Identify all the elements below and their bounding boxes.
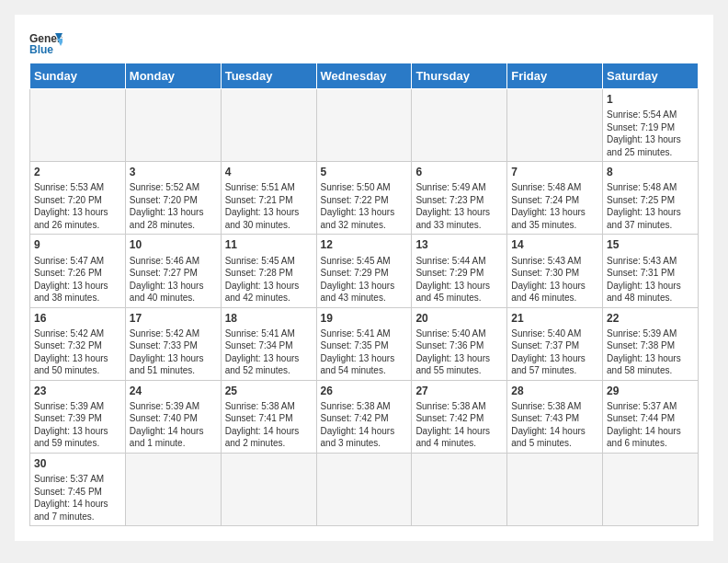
calendar-cell: 19Sunrise: 5:41 AM Sunset: 7:35 PM Dayli… (316, 307, 412, 380)
weekday-header-wednesday: Wednesday (316, 63, 412, 89)
day-number: 16 (34, 311, 121, 326)
day-info: Sunrise: 5:47 AM Sunset: 7:26 PM Dayligh… (34, 255, 121, 304)
calendar-cell: 13Sunrise: 5:44 AM Sunset: 7:29 PM Dayli… (412, 235, 507, 307)
calendar-cell: 4Sunrise: 5:51 AM Sunset: 7:21 PM Daylig… (221, 162, 316, 235)
page: General Blue SundayMondayTuesdayWednesda… (15, 15, 713, 541)
calendar-cell: 7Sunrise: 5:48 AM Sunset: 7:24 PM Daylig… (507, 162, 603, 235)
day-info: Sunrise: 5:50 AM Sunset: 7:22 PM Dayligh… (321, 181, 408, 231)
day-number: 18 (225, 311, 313, 326)
calendar-cell: 2Sunrise: 5:53 AM Sunset: 7:20 PM Daylig… (30, 162, 126, 235)
week-row-4: 16Sunrise: 5:42 AM Sunset: 7:32 PM Dayli… (30, 307, 699, 380)
day-number: 7 (511, 165, 598, 179)
calendar-cell (316, 453, 412, 525)
weekday-header-thursday: Thursday (412, 63, 507, 89)
calendar-cell: 18Sunrise: 5:41 AM Sunset: 7:34 PM Dayli… (221, 307, 316, 380)
calendar-cell: 22Sunrise: 5:39 AM Sunset: 7:38 PM Dayli… (603, 307, 699, 380)
calendar-cell: 20Sunrise: 5:40 AM Sunset: 7:36 PM Dayli… (412, 307, 507, 380)
calendar-cell: 12Sunrise: 5:45 AM Sunset: 7:29 PM Dayli… (316, 235, 412, 307)
day-info: Sunrise: 5:43 AM Sunset: 7:30 PM Dayligh… (511, 255, 598, 304)
calendar-cell: 3Sunrise: 5:52 AM Sunset: 7:20 PM Daylig… (125, 162, 221, 235)
day-number: 20 (415, 311, 503, 326)
calendar-cell: 10Sunrise: 5:46 AM Sunset: 7:27 PM Dayli… (125, 235, 221, 307)
weekday-header-row: SundayMondayTuesdayWednesdayThursdayFrid… (30, 63, 699, 89)
calendar-cell: 27Sunrise: 5:38 AM Sunset: 7:42 PM Dayli… (412, 380, 507, 453)
day-info: Sunrise: 5:42 AM Sunset: 7:32 PM Dayligh… (34, 327, 121, 377)
day-number: 5 (321, 165, 408, 179)
day-info: Sunrise: 5:42 AM Sunset: 7:33 PM Dayligh… (130, 327, 217, 377)
calendar-cell (221, 89, 316, 162)
day-info: Sunrise: 5:44 AM Sunset: 7:29 PM Dayligh… (415, 255, 503, 304)
calendar-cell: 30Sunrise: 5:37 AM Sunset: 7:45 PM Dayli… (30, 453, 126, 525)
calendar-cell: 29Sunrise: 5:37 AM Sunset: 7:44 PM Dayli… (603, 380, 699, 453)
day-number: 11 (225, 237, 313, 252)
calendar-cell: 14Sunrise: 5:43 AM Sunset: 7:30 PM Dayli… (507, 235, 603, 307)
calendar-cell: 23Sunrise: 5:39 AM Sunset: 7:39 PM Dayli… (30, 380, 126, 453)
calendar-cell: 16Sunrise: 5:42 AM Sunset: 7:32 PM Dayli… (30, 307, 126, 380)
calendar-cell (603, 453, 699, 525)
day-number: 9 (34, 237, 121, 252)
day-info: Sunrise: 5:45 AM Sunset: 7:29 PM Dayligh… (321, 255, 408, 304)
day-number: 4 (225, 165, 313, 179)
day-info: Sunrise: 5:51 AM Sunset: 7:21 PM Dayligh… (225, 181, 313, 231)
day-info: Sunrise: 5:48 AM Sunset: 7:25 PM Dayligh… (607, 181, 694, 231)
calendar-cell: 25Sunrise: 5:38 AM Sunset: 7:41 PM Dayli… (221, 380, 316, 453)
calendar-cell: 1Sunrise: 5:54 AM Sunset: 7:19 PM Daylig… (603, 89, 699, 162)
day-number: 27 (415, 384, 503, 398)
day-info: Sunrise: 5:48 AM Sunset: 7:24 PM Dayligh… (511, 181, 598, 231)
day-info: Sunrise: 5:54 AM Sunset: 7:19 PM Dayligh… (607, 109, 694, 158)
calendar-cell: 11Sunrise: 5:45 AM Sunset: 7:28 PM Dayli… (221, 235, 316, 307)
weekday-header-sunday: Sunday (30, 63, 126, 89)
calendar: SundayMondayTuesdayWednesdayThursdayFrid… (29, 63, 699, 526)
calendar-cell: 6Sunrise: 5:49 AM Sunset: 7:23 PM Daylig… (412, 162, 507, 235)
calendar-cell: 21Sunrise: 5:40 AM Sunset: 7:37 PM Dayli… (507, 307, 603, 380)
day-number: 29 (607, 384, 694, 398)
calendar-cell (412, 453, 507, 525)
day-info: Sunrise: 5:41 AM Sunset: 7:34 PM Dayligh… (225, 327, 313, 377)
day-info: Sunrise: 5:45 AM Sunset: 7:28 PM Dayligh… (225, 255, 313, 304)
day-info: Sunrise: 5:38 AM Sunset: 7:41 PM Dayligh… (225, 400, 313, 450)
calendar-cell (316, 89, 412, 162)
day-info: Sunrise: 5:52 AM Sunset: 7:20 PM Dayligh… (130, 181, 217, 231)
day-info: Sunrise: 5:40 AM Sunset: 7:37 PM Dayligh… (511, 327, 598, 377)
day-number: 23 (34, 384, 121, 398)
day-number: 21 (511, 311, 598, 326)
calendar-cell: 26Sunrise: 5:38 AM Sunset: 7:42 PM Dayli… (316, 380, 412, 453)
day-info: Sunrise: 5:39 AM Sunset: 7:39 PM Dayligh… (34, 400, 121, 450)
calendar-cell: 17Sunrise: 5:42 AM Sunset: 7:33 PM Dayli… (125, 307, 221, 380)
day-number: 8 (607, 165, 694, 179)
day-info: Sunrise: 5:39 AM Sunset: 7:40 PM Dayligh… (130, 400, 217, 450)
calendar-cell (412, 89, 507, 162)
calendar-cell: 9Sunrise: 5:47 AM Sunset: 7:26 PM Daylig… (30, 235, 126, 307)
logo: General Blue (29, 29, 68, 55)
header: General Blue (29, 29, 699, 55)
day-number: 28 (511, 384, 598, 398)
day-info: Sunrise: 5:37 AM Sunset: 7:45 PM Dayligh… (34, 473, 121, 523)
day-number: 26 (321, 384, 408, 398)
svg-text:Blue: Blue (29, 43, 53, 55)
day-info: Sunrise: 5:53 AM Sunset: 7:20 PM Dayligh… (34, 181, 121, 231)
day-number: 10 (130, 237, 217, 252)
day-info: Sunrise: 5:38 AM Sunset: 7:43 PM Dayligh… (511, 400, 598, 450)
day-number: 14 (511, 237, 598, 252)
day-number: 19 (321, 311, 408, 326)
weekday-header-tuesday: Tuesday (221, 63, 316, 89)
week-row-6: 30Sunrise: 5:37 AM Sunset: 7:45 PM Dayli… (30, 453, 699, 525)
day-number: 15 (607, 237, 694, 252)
weekday-header-saturday: Saturday (603, 63, 699, 89)
day-number: 2 (34, 165, 121, 179)
day-number: 6 (415, 165, 503, 179)
day-number: 1 (607, 92, 694, 107)
day-number: 12 (321, 237, 408, 252)
logo-icon: General Blue (29, 29, 63, 55)
day-info: Sunrise: 5:39 AM Sunset: 7:38 PM Dayligh… (607, 327, 694, 377)
day-info: Sunrise: 5:37 AM Sunset: 7:44 PM Dayligh… (607, 400, 694, 450)
calendar-cell (125, 453, 221, 525)
week-row-5: 23Sunrise: 5:39 AM Sunset: 7:39 PM Dayli… (30, 380, 699, 453)
day-number: 30 (34, 456, 121, 471)
calendar-cell (507, 453, 603, 525)
calendar-cell (125, 89, 221, 162)
weekday-header-monday: Monday (125, 63, 221, 89)
calendar-cell: 8Sunrise: 5:48 AM Sunset: 7:25 PM Daylig… (603, 162, 699, 235)
day-number: 24 (130, 384, 217, 398)
calendar-cell (221, 453, 316, 525)
